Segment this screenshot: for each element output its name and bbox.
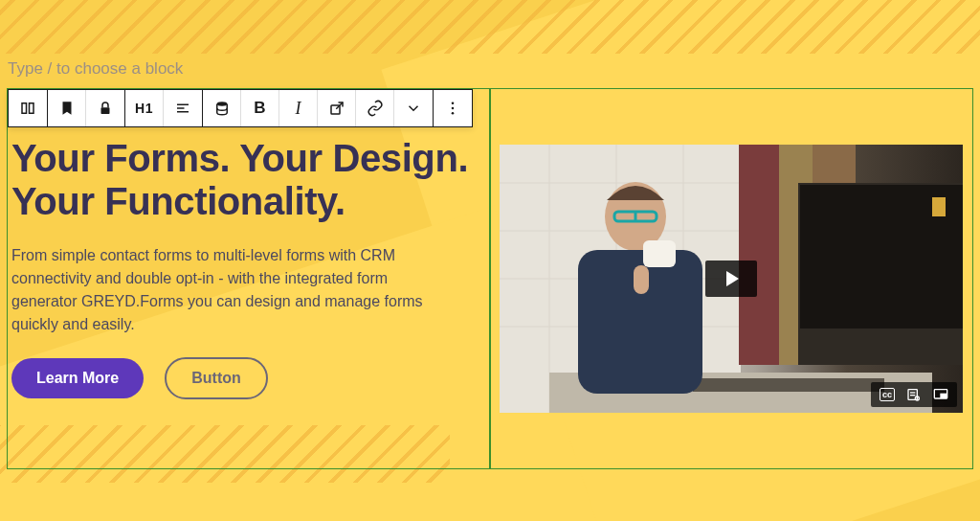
video-controls: cc (871, 382, 957, 407)
captions-label: cc (880, 388, 895, 401)
external-link-icon[interactable] (318, 90, 356, 126)
heading-level-label: H1 (135, 101, 153, 116)
svg-rect-26 (693, 378, 884, 392)
align-icon[interactable] (164, 90, 202, 126)
svg-point-9 (452, 107, 455, 110)
svg-point-10 (452, 112, 455, 115)
svg-point-6 (216, 102, 227, 106)
learn-more-button[interactable]: Learn More (11, 358, 144, 398)
block-toolbar: H1 B I (8, 89, 473, 127)
svg-rect-32 (634, 265, 649, 294)
video-embed[interactable]: cc (500, 145, 963, 413)
svg-rect-2 (101, 107, 110, 114)
captions-button[interactable]: cc (877, 386, 898, 403)
svg-rect-0 (22, 103, 27, 114)
columns-block[interactable]: H1 B I (8, 89, 972, 468)
bold-button[interactable]: B (241, 90, 279, 126)
more-options-icon[interactable] (434, 90, 472, 126)
hero-description[interactable]: From simple contact forms to multi-level… (11, 244, 452, 336)
bookmark-icon[interactable] (48, 90, 86, 126)
pip-button[interactable] (930, 386, 951, 403)
link-icon[interactable] (356, 90, 394, 126)
secondary-button[interactable]: Button (165, 357, 268, 399)
play-button[interactable] (705, 260, 757, 297)
button-row: Learn More Button (11, 357, 475, 399)
column-left[interactable]: H1 B I (8, 89, 490, 468)
transcript-button[interactable] (903, 386, 924, 403)
block-type-heading-icon[interactable] (9, 90, 47, 126)
lock-icon[interactable] (86, 90, 124, 126)
play-icon (726, 271, 739, 286)
svg-rect-38 (941, 394, 946, 397)
svg-rect-1 (30, 103, 34, 114)
hero-heading[interactable]: Your Forms. Your Design. Your Functional… (11, 137, 475, 223)
svg-point-8 (452, 102, 455, 104)
italic-button[interactable]: I (279, 90, 318, 126)
svg-rect-31 (643, 240, 676, 267)
column-right[interactable]: cc (490, 89, 972, 468)
svg-rect-24 (932, 197, 946, 216)
heading-level-button[interactable]: H1 (125, 90, 164, 126)
block-placeholder[interactable]: Type / to choose a block (8, 59, 183, 79)
chevron-down-icon[interactable] (394, 90, 433, 126)
dynamic-content-icon[interactable] (203, 90, 241, 126)
